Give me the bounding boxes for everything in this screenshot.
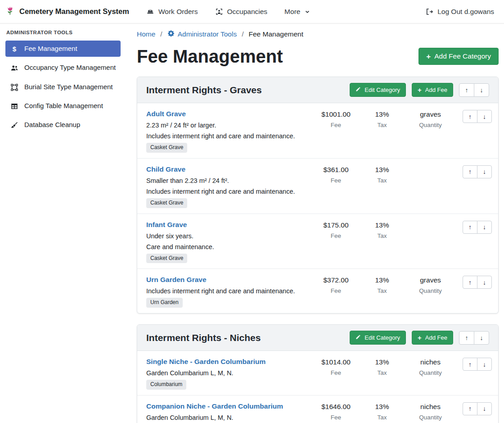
nav-item-occupancies[interactable]: Occupancies bbox=[215, 8, 268, 16]
move-category-up-button[interactable]: ↑ bbox=[459, 83, 474, 97]
logout-icon bbox=[425, 8, 433, 16]
fee-row: Urn Garden Grave Includes interment righ… bbox=[137, 269, 498, 313]
sidebar-item-label: Config Table Management bbox=[24, 101, 103, 110]
fee-info: Urn Garden Grave Includes interment righ… bbox=[146, 275, 312, 308]
hard-hat-icon bbox=[146, 8, 154, 16]
move-fee-down-button[interactable]: ↓ bbox=[477, 276, 492, 289]
add-fee-button[interactable]: + Add Fee bbox=[412, 83, 453, 97]
fee-info: Child Grave Smaller than 2.23 m² / 24 ft… bbox=[146, 165, 312, 208]
page-title: Fee Management bbox=[137, 46, 283, 67]
move-category-down-button[interactable]: ↓ bbox=[474, 83, 489, 97]
plus-icon: + bbox=[426, 53, 431, 60]
fee-name-link[interactable]: Adult Grave bbox=[146, 109, 186, 118]
add-fee-category-button[interactable]: + Add Fee Category bbox=[418, 48, 499, 65]
category-reorder-group: ↑ ↓ bbox=[459, 331, 489, 345]
arrow-up-icon: ↑ bbox=[468, 114, 472, 120]
tax-col: 13% Tax bbox=[360, 357, 405, 377]
tax-label: Tax bbox=[360, 177, 405, 185]
pencil-icon bbox=[356, 86, 361, 93]
fee-amount-label: Fee bbox=[312, 369, 360, 377]
fee-name-link[interactable]: Infant Grave bbox=[146, 220, 187, 229]
fee-info: Companion Niche - Garden Columbarium Gar… bbox=[146, 402, 312, 423]
breadcrumb-administrator-tools[interactable]: Administrator Tools bbox=[167, 30, 237, 39]
fee-name-link[interactable]: Urn Garden Grave bbox=[146, 275, 207, 284]
sidebar-item-config-table-management[interactable]: Config Table Management bbox=[5, 98, 121, 114]
quantity-col bbox=[405, 165, 456, 168]
move-category-up-button[interactable]: ↑ bbox=[459, 331, 474, 345]
fee-type-badge: Urn Garden bbox=[146, 298, 183, 308]
quantity-label: Quantity bbox=[405, 287, 456, 295]
fee-description: Garden Columbarium L, M, N. bbox=[146, 413, 309, 422]
fee-description: Under six years. bbox=[146, 232, 309, 241]
nav-item-more[interactable]: More bbox=[284, 8, 310, 16]
move-fee-down-button[interactable]: ↓ bbox=[477, 402, 492, 415]
fee-amount: $1014.00 bbox=[312, 358, 360, 367]
breadcrumb-separator: / bbox=[242, 30, 243, 38]
edit-category-button[interactable]: Edit Category bbox=[350, 331, 406, 345]
quantity-unit: graves bbox=[405, 276, 456, 285]
move-fee-up-button[interactable]: ↑ bbox=[463, 276, 477, 289]
fee-type-badge: Casket Grave bbox=[146, 198, 187, 208]
fee-row: Infant Grave Under six years. Care and m… bbox=[137, 214, 498, 269]
tax-value: 13% bbox=[360, 358, 405, 367]
brand-flower-icon bbox=[5, 6, 15, 18]
sidebar-item-burial-site-type-management[interactable]: Burial Site Type Management bbox=[5, 79, 121, 95]
nav-label: More bbox=[284, 8, 300, 16]
logout-link[interactable]: Log Out d.gowans bbox=[425, 8, 494, 16]
plus-icon: + bbox=[418, 86, 422, 93]
sidebar-item-label: Fee Management bbox=[24, 44, 77, 53]
move-fee-down-button[interactable]: ↓ bbox=[477, 221, 492, 234]
breadcrumb-home[interactable]: Home bbox=[137, 30, 155, 38]
move-fee-down-button[interactable]: ↓ bbox=[477, 110, 492, 123]
brand-title: Cemetery Management System bbox=[19, 7, 129, 16]
tax-col: 13% Tax bbox=[360, 165, 405, 185]
button-label: Add Fee Category bbox=[434, 52, 491, 60]
nav-label: Work Orders bbox=[158, 8, 198, 16]
fee-amount-label: Fee bbox=[312, 287, 360, 295]
move-fee-up-button[interactable]: ↑ bbox=[463, 402, 477, 415]
fee-amount-col: $1001.00 Fee bbox=[312, 109, 360, 129]
move-category-down-button[interactable]: ↓ bbox=[474, 331, 489, 345]
fee-amount-label: Fee bbox=[312, 121, 360, 129]
page-header: Fee Management + Add Fee Category bbox=[137, 46, 499, 67]
move-fee-up-button[interactable]: ↑ bbox=[463, 110, 477, 123]
arrow-down-icon: ↓ bbox=[483, 168, 486, 175]
sidebar-item-database-cleanup[interactable]: Database Cleanup bbox=[5, 117, 121, 133]
tax-value: 13% bbox=[360, 165, 405, 174]
chevron-down-icon bbox=[304, 9, 310, 15]
fee-info: Single Niche - Garden Columbarium Garden… bbox=[146, 357, 312, 390]
nav-item-work-orders[interactable]: Work Orders bbox=[146, 8, 198, 16]
fee-name-link[interactable]: Child Grave bbox=[146, 165, 185, 174]
arrow-up-icon: ↑ bbox=[465, 335, 468, 341]
sidebar-item-fee-management[interactable]: $ Fee Management bbox=[5, 41, 121, 57]
tax-col: 13% Tax bbox=[360, 220, 405, 240]
table-icon bbox=[10, 102, 19, 110]
breadcrumb-current: Fee Management bbox=[249, 30, 304, 38]
fee-description: Smaller than 2.23 m² / 24 ft². bbox=[146, 176, 309, 185]
fee-description: Includes interment right and care and ma… bbox=[146, 287, 309, 296]
tax-col: 13% Tax bbox=[360, 109, 405, 129]
fee-name-link[interactable]: Companion Niche - Garden Columbarium bbox=[146, 402, 283, 411]
sidebar-item-occupancy-type-management[interactable]: Occupancy Type Management bbox=[5, 59, 121, 76]
add-fee-button[interactable]: + Add Fee bbox=[412, 331, 453, 345]
arrow-down-icon: ↓ bbox=[483, 361, 486, 368]
move-fee-up-button[interactable]: ↑ bbox=[463, 358, 477, 371]
app-brand[interactable]: Cemetery Management System bbox=[5, 6, 129, 18]
category-header: Interment Rights - Graves Edit Category … bbox=[137, 77, 498, 103]
move-fee-down-button[interactable]: ↓ bbox=[477, 358, 492, 371]
fee-description: Includes interment right and care and ma… bbox=[146, 132, 309, 141]
move-fee-down-button[interactable]: ↓ bbox=[477, 165, 492, 178]
breadcrumb: Home / Administrator Tools / Fee Managem… bbox=[137, 30, 499, 39]
tax-label: Tax bbox=[360, 369, 405, 377]
edit-category-button[interactable]: Edit Category bbox=[350, 83, 406, 97]
fee-name-link[interactable]: Single Niche - Garden Columbarium bbox=[146, 357, 266, 366]
gear-icon bbox=[167, 30, 175, 39]
fee-amount: $1646.00 bbox=[312, 402, 360, 411]
pencil-icon bbox=[356, 334, 361, 341]
move-fee-up-button[interactable]: ↑ bbox=[463, 221, 477, 234]
move-fee-up-button[interactable]: ↑ bbox=[463, 165, 477, 178]
arrow-down-icon: ↓ bbox=[483, 279, 486, 286]
fee-amount-col: $361.00 Fee bbox=[312, 165, 360, 185]
fee-row: Child Grave Smaller than 2.23 m² / 24 ft… bbox=[137, 159, 498, 214]
tax-label: Tax bbox=[360, 287, 405, 295]
